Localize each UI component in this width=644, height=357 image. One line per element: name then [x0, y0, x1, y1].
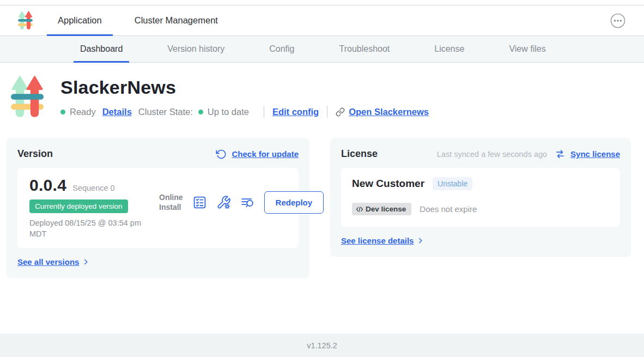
license-type-badge: Dev license	[352, 203, 411, 215]
see-license-details-label: See license details	[341, 236, 414, 245]
app-status-dot	[60, 110, 65, 114]
console-footer: v1.125.2	[0, 334, 644, 357]
code-icon	[356, 205, 363, 213]
subnav-tab-dashboard[interactable]: Dashboard	[74, 36, 129, 62]
subnav-tab-view-files[interactable]: View files	[502, 36, 552, 62]
install-type-label: Online Install	[159, 193, 183, 212]
tab-application[interactable]: Application	[47, 5, 113, 35]
subnav-tab-version-history[interactable]: Version history	[161, 36, 231, 62]
license-card-title: License	[341, 148, 378, 160]
status-details-link[interactable]: Details	[102, 107, 132, 117]
deploy-logs-button[interactable]	[240, 195, 255, 210]
preflight-checklist-icon	[192, 195, 207, 210]
tab-cluster-management[interactable]: Cluster Management	[124, 5, 229, 35]
license-type-label: Dev license	[366, 205, 406, 213]
app-header: SlackerNews Ready Details Cluster State:…	[0, 63, 644, 120]
cluster-state-dot	[198, 110, 203, 114]
current-version-panel: 0.0.4 Sequence 0 Currently deployed vers…	[17, 168, 299, 248]
channel-badge: Unstable	[433, 177, 472, 190]
overflow-menu-button[interactable]	[610, 13, 626, 29]
subnav-tab-config[interactable]: Config	[263, 36, 301, 62]
deployed-timestamp: Deployed 08/15/25 @ 03:54 pm MDT	[29, 218, 156, 239]
divider	[264, 106, 264, 118]
app-status-row: Ready Details Cluster State: Up to date …	[60, 106, 429, 118]
cluster-state-label: Cluster State:	[138, 107, 193, 117]
chevron-right-icon	[82, 258, 90, 266]
license-detail-panel: New Customer Unstable Dev license Does n…	[341, 168, 620, 227]
version-card: Version Check for update 0.0.4 Sequence …	[7, 138, 309, 278]
link-icon	[336, 107, 345, 117]
see-all-versions-label: See all versions	[17, 257, 79, 267]
kebab-menu-icon	[610, 13, 626, 29]
version-number: 0.0.4	[29, 176, 66, 195]
deployed-status-badge: Currently deployed version	[29, 199, 128, 213]
customer-name: New Customer	[352, 178, 424, 190]
refresh-icon	[216, 149, 227, 160]
sync-icon	[555, 149, 566, 160]
subnav-tab-troubleshoot[interactable]: Troubleshoot	[332, 36, 396, 62]
preflight-checks-button[interactable]	[192, 195, 207, 210]
chevron-right-icon	[416, 237, 424, 245]
open-app-label: Open Slackernews	[349, 107, 429, 117]
edit-config-button[interactable]	[216, 195, 231, 210]
app-subnav: Dashboard Version history Config Trouble…	[0, 36, 644, 63]
deploy-logs-icon	[240, 195, 255, 210]
console-version-text: v1.125.2	[307, 341, 337, 350]
open-app-link[interactable]: Open Slackernews	[336, 107, 429, 117]
top-nav-tabs: Application Cluster Management	[47, 5, 240, 35]
see-license-details-link[interactable]: See license details	[341, 236, 424, 245]
edit-config-link[interactable]: Edit config	[272, 107, 319, 117]
cluster-state-value: Up to date	[208, 107, 249, 117]
app-logo-small	[18, 10, 33, 31]
version-sequence: Sequence 0	[72, 184, 114, 192]
dashboard-cards: Version Check for update 0.0.4 Sequence …	[0, 138, 644, 278]
top-spacer	[0, 0, 644, 5]
redeploy-button[interactable]: Redeploy	[264, 191, 324, 214]
see-all-versions-link[interactable]: See all versions	[17, 257, 90, 267]
sync-license-link[interactable]: Sync license	[570, 149, 620, 159]
top-navbar: Application Cluster Management	[0, 5, 644, 36]
last-synced-text: Last synced a few seconds ago	[437, 150, 547, 159]
app-status-text: Ready	[70, 107, 96, 117]
divider	[327, 106, 327, 118]
page-title: SlackerNews	[60, 77, 429, 98]
version-card-title: Version	[17, 148, 53, 160]
subnav-tab-license[interactable]: License	[428, 36, 471, 62]
license-expiry-text: Does not expire	[420, 204, 477, 214]
app-logo-large	[11, 74, 44, 120]
check-for-update-link[interactable]: Check for update	[232, 149, 299, 159]
license-card: License Last synced a few seconds ago Sy…	[330, 138, 631, 257]
config-wrench-icon	[216, 195, 231, 210]
